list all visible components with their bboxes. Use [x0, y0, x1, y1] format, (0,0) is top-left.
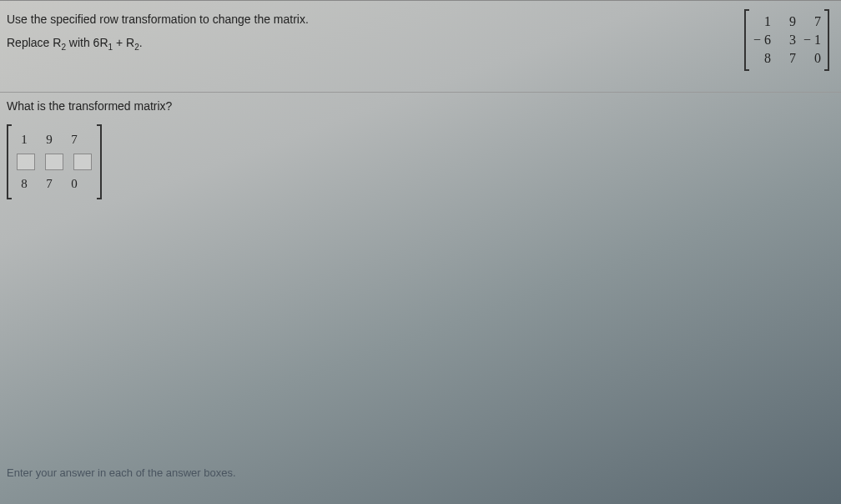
given-matrix: 1 9 7 − 6 3 − 1 8 7 0 [744, 9, 829, 71]
matrix-cell: 3 [778, 33, 796, 48]
bracket-left-icon [7, 124, 12, 199]
op-mid: with 6R [66, 36, 108, 49]
op-suffix: . [139, 36, 143, 49]
matrix-cell: − 6 [753, 33, 771, 48]
matrix-cell: 7 [803, 14, 821, 29]
matrix-cell: − 1 [803, 33, 821, 48]
answer-section: What is the transformed matrix? 1 9 7 8 … [0, 93, 841, 199]
answer-cell: 1 [17, 133, 32, 147]
answer-row: 1 9 7 [17, 129, 92, 150]
answer-matrix: 1 9 7 8 7 0 [7, 124, 102, 199]
matrix-row: 8 7 0 [753, 49, 821, 68]
footer-hint: Enter your answer in each of the answer … [7, 466, 236, 479]
answer-row: 8 7 0 [17, 174, 92, 194]
answer-input-row [17, 150, 92, 174]
answer-cell: 0 [67, 177, 82, 191]
answer-cell: 7 [42, 177, 57, 191]
question-text-block: Use the specified row transformation to … [7, 9, 728, 52]
matrix-cell: 9 [778, 14, 796, 29]
question-header: Use the specified row transformation to … [0, 1, 841, 93]
matrix-row: − 6 3 − 1 [753, 31, 821, 49]
op-mid2: + R [113, 36, 134, 49]
matrix-cell: 7 [778, 51, 796, 66]
op-prefix: Replace R [7, 36, 61, 49]
instruction-text: Use the specified row transformation to … [7, 13, 728, 26]
matrix-cell: 8 [753, 51, 771, 66]
operation-text: Replace R2 with 6R1 + R2. [7, 36, 728, 52]
prompt-text: What is the transformed matrix? [7, 99, 834, 113]
answer-input-r2c3[interactable] [73, 154, 92, 170]
bracket-right-icon [824, 9, 829, 71]
answer-cell: 8 [17, 177, 32, 191]
answer-cell: 9 [42, 133, 57, 147]
bracket-right-icon [97, 124, 102, 199]
matrix-cell: 1 [753, 14, 771, 29]
answer-cell: 7 [67, 133, 82, 147]
answer-input-r2c2[interactable] [45, 154, 63, 170]
matrix-cell: 0 [803, 51, 821, 66]
matrix-row: 1 9 7 [753, 13, 821, 31]
answer-input-r2c1[interactable] [17, 154, 35, 170]
bracket-left-icon [744, 9, 749, 71]
